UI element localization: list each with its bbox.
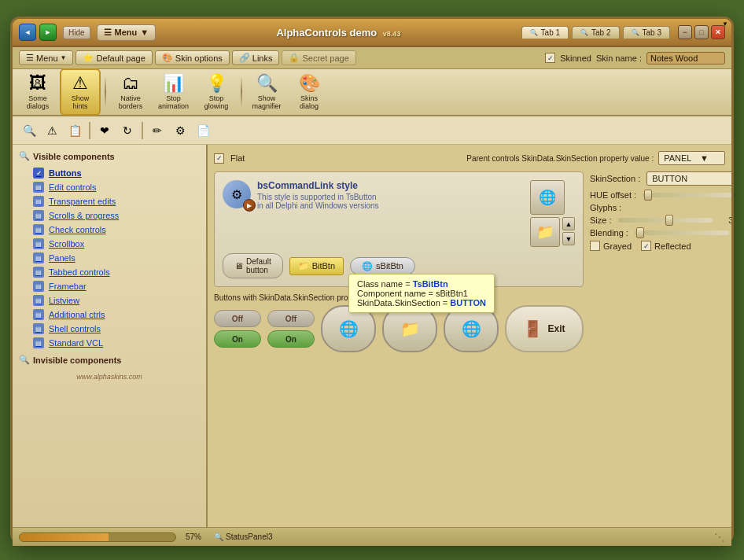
grayed-option[interactable]: Grayed — [590, 241, 632, 251]
nav-secondary: ☰ Menu ▼ ⭐ Default page 🎨 Skin options 🔗… — [13, 47, 731, 69]
clipboard-icon: 📋 — [68, 124, 82, 137]
sbitbtn-button[interactable]: 🌐 sBitBtn — [350, 257, 415, 275]
demo-btns-row: 🖥 Defaultbutton 📁 BitBtn 🌐 — [223, 253, 575, 278]
status-progress-fill — [20, 533, 109, 541]
tb2-clipboard-btn[interactable]: 📋 — [64, 120, 85, 141]
nav-forward-btn[interactable]: ► — [39, 24, 57, 41]
hide-button[interactable]: Hide — [63, 26, 90, 39]
tooltip-class-value: TsBitBtn — [413, 279, 448, 289]
nav-skin-icon: 🎨 — [162, 53, 173, 63]
size-value: 32 — [719, 216, 731, 225]
flat-label: Flat — [230, 153, 245, 163]
sidebar-item-shell[interactable]: ▤ Shell controls — [19, 322, 200, 336]
nav-back-btn[interactable]: ◄ — [19, 24, 36, 41]
big-folder-icon: 📁 — [400, 319, 420, 338]
blending-slider[interactable] — [635, 230, 729, 235]
exit-button[interactable]: 🚪 Exit — [505, 305, 584, 352]
hue-slider[interactable] — [643, 193, 731, 197]
skin-section-row: SkinSection : BUTTON ▼ — [590, 171, 731, 186]
sidebar-item-additional[interactable]: ▤ Additional ctrls — [19, 308, 200, 322]
tb2-edit-btn[interactable]: ✏ — [147, 120, 168, 141]
visible-components-section: 🔍 Visible components ✓ Buttons ▤ Edit co… — [19, 151, 200, 350]
tb2-search-btn[interactable]: 🔍 — [19, 120, 39, 141]
sidebar-item-buttons[interactable]: ✓ Buttons — [19, 166, 200, 180]
properties-panel: SkinSection : BUTTON ▼ HUE offset : — [590, 171, 731, 352]
tooltip-popup: Class name = TsBitBtn Component name = s… — [348, 274, 495, 313]
titlebar-tab-3[interactable]: 🔍 Tab 3 — [623, 26, 670, 39]
reflected-checkbox[interactable] — [641, 241, 651, 251]
toolbar-animation-btn[interactable]: 📊 Stopanimation — [153, 69, 194, 115]
skinned-checkbox[interactable] — [545, 53, 555, 63]
sidebar-item-check[interactable]: ▤ Check controls — [19, 223, 200, 237]
titlebar-tabs: 🔍 Tab 1 🔍 Tab 2 🔍 Tab 3 — [521, 26, 672, 39]
toolbar-sep1 — [105, 76, 106, 108]
sidebar-item-framebar[interactable]: ▤ Framebar — [19, 279, 200, 293]
skin-name-label: Skin name : — [596, 53, 642, 63]
skin-section-dropdown[interactable]: BUTTON ▼ — [646, 171, 731, 186]
sidebar-item-scrolls[interactable]: ▤ Scrolls & progress — [19, 208, 200, 223]
glowing-icon: 💡 — [206, 73, 227, 94]
nav-links-btn[interactable]: 🔗 Links — [232, 50, 280, 65]
bitbtn-label: BitBtn — [312, 261, 335, 271]
img-down-arrow[interactable]: ▼ — [562, 232, 575, 245]
bitbtn-button[interactable]: 📁 BitBtn — [289, 257, 344, 275]
grayed-checkbox[interactable] — [590, 241, 600, 251]
window-controls: − □ ✕ — [678, 25, 725, 39]
toggle-on-1[interactable]: On — [214, 330, 261, 348]
grayed-label: Grayed — [603, 241, 632, 251]
sidebar-item-listview[interactable]: ▤ Listview — [19, 293, 200, 308]
nav-menu-btn[interactable]: ☰ Menu ▼ — [19, 50, 73, 65]
nav-skinoptions-btn[interactable]: 🎨 Skin options — [155, 50, 230, 65]
sbitbtn-label: sBitBtn — [376, 261, 403, 271]
tooltip-line1: Class name = TsBitBtn — [357, 279, 486, 289]
toolbar-dialogs-btn[interactable]: 🖼 Somedialogs — [17, 69, 58, 115]
skins-icon: 🎨 — [299, 73, 320, 94]
menu-button[interactable]: ☰ Menu ▼ — [97, 24, 157, 41]
parent-value-dropdown[interactable]: PANEL ▼ — [658, 151, 725, 165]
toolbar-borders-btn[interactable]: 🗂 Nativeborders — [110, 69, 151, 115]
sidebar-item-scrollbox[interactable]: ▤ Scrollbox — [19, 237, 200, 251]
img-up-arrow[interactable]: ▲ — [562, 217, 575, 230]
tb2-refresh-btn[interactable]: ↻ — [117, 120, 138, 141]
titlebar-tab-1[interactable]: 🔍 Tab 1 — [521, 26, 569, 39]
minimize-button[interactable]: − — [678, 25, 692, 39]
content-inner: Flat Parent controls SkinData.SkinSectio… — [208, 145, 731, 359]
nav-defaultpage-btn[interactable]: ⭐ Default page — [76, 50, 152, 65]
default-button[interactable]: 🖥 Defaultbutton — [223, 253, 283, 278]
flat-checkbox[interactable] — [214, 153, 224, 164]
tb2-document-btn[interactable]: 📄 — [193, 120, 213, 141]
exit-label: Exit — [547, 323, 565, 334]
reflected-option[interactable]: Reflected — [641, 241, 691, 251]
menu-label: Menu — [115, 28, 138, 37]
tab3-icon: 🔍 — [632, 29, 639, 36]
tb2-settings-btn[interactable]: ⚙ — [170, 120, 190, 141]
magnifier-label: Showmagnifier — [252, 95, 282, 111]
toolbar-glowing-btn[interactable]: 💡 Stopglowing — [196, 69, 237, 115]
titlebar-tab-2[interactable]: 🔍 Tab 2 — [572, 26, 619, 39]
maximize-button[interactable]: □ — [694, 25, 709, 39]
toggle-on-2[interactable]: On — [267, 330, 315, 348]
toggle-off-2[interactable]: Off — [267, 310, 315, 327]
sidebar-item-stdvcl[interactable]: ▤ Standard VCL — [19, 336, 200, 350]
sidebar-item-tabbed[interactable]: ▤ Tabbed controls — [19, 265, 200, 279]
toolbar-hints-btn[interactable]: ⚠ Showhints — [60, 68, 101, 116]
nav-secret-btn[interactable]: 🔒 Secret page — [282, 50, 355, 65]
exit-icon: 🚪 — [523, 319, 543, 338]
additional-icon: ▤ — [33, 309, 44, 320]
size-slider[interactable] — [618, 218, 713, 223]
sidebar-item-panels[interactable]: ▤ Panels — [19, 251, 200, 265]
blending-row: Blending : 0 — [590, 228, 731, 238]
buttons-icon: ✓ — [33, 168, 44, 179]
skin-name-dropdown[interactable]: Notes Wood ▼ — [646, 52, 725, 64]
tb2-heart-btn[interactable]: ❤ — [94, 120, 115, 141]
toggle-off-1[interactable]: Off — [214, 310, 261, 327]
demo-img-btn1[interactable]: 🌐 — [530, 180, 565, 215]
sidebar-item-transparent[interactable]: ▤ Transparent edits — [19, 194, 200, 208]
search-small-icon: 🔍 — [19, 151, 30, 161]
tb2-warning-btn[interactable]: ⚠ — [42, 120, 62, 141]
toolbar-skins-btn[interactable]: 🎨 Skinsdialog — [289, 69, 330, 115]
toolbar-magnifier-btn[interactable]: 🔍 Showmagnifier — [246, 69, 287, 115]
glyphs-label: Glyphs : — [590, 203, 731, 212]
demo-img-btn2[interactable]: 📁 — [530, 217, 560, 247]
sidebar-item-edit[interactable]: ▤ Edit controls — [19, 180, 200, 194]
